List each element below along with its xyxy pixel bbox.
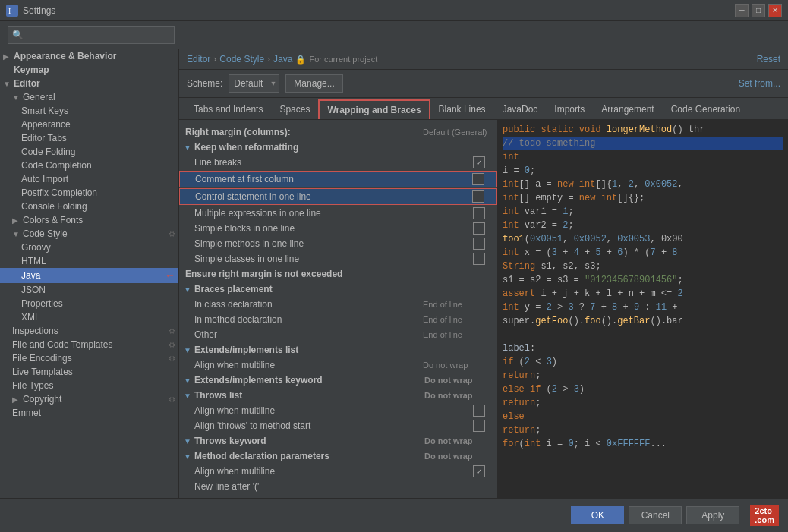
line-breaks-checkbox[interactable] xyxy=(473,156,485,168)
simple-methods-row[interactable]: Simple methods in one line xyxy=(179,236,497,251)
sidebar-item-code-completion[interactable]: Code Completion xyxy=(0,159,178,172)
in-class-row[interactable]: In class declaration End of line xyxy=(179,297,497,312)
apply-button[interactable]: Apply xyxy=(686,506,739,524)
sidebar-item-groovy[interactable]: Groovy xyxy=(0,241,178,254)
simple-methods-checkbox[interactable] xyxy=(473,238,485,250)
tab-javadoc[interactable]: JavaDoc xyxy=(494,99,547,119)
simple-classes-checkbox[interactable] xyxy=(473,253,485,265)
in-method-value: End of line xyxy=(423,315,491,324)
method-align-checkbox[interactable] xyxy=(473,465,485,477)
sidebar-item-copyright[interactable]: ▶ Copyright ⚙ xyxy=(0,392,178,406)
tab-wrapping-braces[interactable]: Wrapping and Braces xyxy=(318,99,430,119)
sidebar-item-java[interactable]: Java ← xyxy=(0,268,178,283)
app-icon: I xyxy=(6,5,18,17)
simple-blocks-checkbox[interactable] xyxy=(473,222,485,235)
sidebar-item-properties[interactable]: Properties xyxy=(0,297,178,310)
minimize-button[interactable]: ─ xyxy=(735,4,749,17)
expand-icon: ▶ xyxy=(12,216,21,225)
other-row[interactable]: Other End of line xyxy=(179,327,497,342)
sidebar-item-live-templates[interactable]: Live Templates xyxy=(0,365,178,379)
sidebar-item-file-code-templates[interactable]: File and Code Templates ⚙ xyxy=(0,338,178,351)
close-button[interactable]: ✕ xyxy=(768,4,782,17)
control-statement-row[interactable]: Control statement in one line xyxy=(179,188,497,205)
sidebar-item-label: Appearance xyxy=(21,119,175,130)
sidebar-item-editor[interactable]: ▼ Editor xyxy=(0,77,178,90)
sidebar-item-editor-tabs[interactable]: Editor Tabs xyxy=(0,131,178,145)
sidebar-item-label: Java xyxy=(21,270,162,281)
sidebar-item-json[interactable]: JSON xyxy=(0,283,178,297)
sidebar-item-label: Code Completion xyxy=(21,160,175,171)
align-throws-checkbox[interactable] xyxy=(473,420,485,432)
breadcrumb-java: Java xyxy=(273,54,292,65)
control-statement-checkbox[interactable] xyxy=(472,190,484,203)
align-throws-row[interactable]: Align 'throws' to method start xyxy=(179,418,497,433)
throws-align-checkbox[interactable] xyxy=(473,405,485,417)
tab-arrangement[interactable]: Arrangement xyxy=(593,99,662,119)
comment-first-column-checkbox[interactable] xyxy=(472,173,484,185)
cancel-button[interactable]: Cancel xyxy=(629,506,682,524)
sidebar-item-smart-keys[interactable]: Smart Keys xyxy=(0,104,178,118)
simple-blocks-row[interactable]: Simple blocks in one line xyxy=(179,221,497,236)
sidebar-item-general[interactable]: ▼ General xyxy=(0,90,178,104)
tab-imports[interactable]: Imports xyxy=(546,99,593,119)
code-line: super.getFoo().foo().getBar().bar xyxy=(503,314,783,328)
extends-align-value: Do not wrap xyxy=(423,360,491,370)
extends-align-label: Align when multiline xyxy=(194,360,423,370)
in-method-row[interactable]: In method declaration End of line xyxy=(179,312,497,327)
ok-button[interactable]: OK xyxy=(571,506,624,524)
set-from-link[interactable]: Set from... xyxy=(739,78,780,89)
sidebar-item-colors-fonts[interactable]: ▶ Colors & Fonts xyxy=(0,213,178,227)
sidebar-item-emmet[interactable]: Emmet xyxy=(0,406,178,420)
multiple-expressions-row[interactable]: Multiple expressions in one line xyxy=(179,206,497,221)
new-line-row[interactable]: New line after '(' xyxy=(179,479,497,494)
window-controls: ─ □ ✕ xyxy=(735,4,782,17)
sidebar-item-label: Colors & Fonts xyxy=(23,215,175,225)
scheme-select-wrapper: Default xyxy=(229,74,279,93)
throws-align-row[interactable]: Align when multiline xyxy=(179,403,497,418)
sidebar-item-file-types[interactable]: File Types xyxy=(0,379,178,392)
code-line: int y = 2 > 3 ? 7 + 8 + 9 : 11 + xyxy=(503,301,783,314)
tab-tabs-indents[interactable]: Tabs and Indents xyxy=(185,99,271,119)
simple-classes-row[interactable]: Simple classes in one line xyxy=(179,251,497,266)
sidebar-item-file-encodings[interactable]: File Encodings ⚙ xyxy=(0,351,178,365)
line-breaks-row[interactable]: Line breaks xyxy=(179,155,497,170)
tab-spaces[interactable]: Spaces xyxy=(271,99,318,119)
sidebar-item-label: HTML xyxy=(21,256,175,266)
sidebar-item-inspections[interactable]: Inspections ⚙ xyxy=(0,324,178,338)
scheme-select[interactable]: Default xyxy=(229,74,279,93)
sidebar-item-console-folding[interactable]: Console Folding xyxy=(0,200,178,213)
sidebar-item-code-style[interactable]: ▼ Code Style ⚙ xyxy=(0,227,178,241)
tab-code-generation[interactable]: Code Generation xyxy=(663,99,749,119)
tab-blank-lines[interactable]: Blank Lines xyxy=(430,99,494,119)
maximize-button[interactable]: □ xyxy=(752,4,765,17)
sidebar: ▶ Appearance & Behavior Keymap ▼ Editor … xyxy=(0,49,179,498)
sidebar-item-code-folding[interactable]: Code Folding xyxy=(0,145,178,159)
multiple-expressions-checkbox[interactable] xyxy=(473,207,485,219)
comment-first-column-row[interactable]: Comment at first column xyxy=(179,171,497,187)
sidebar-item-xml[interactable]: XML xyxy=(0,310,178,324)
sidebar-item-postfix-completion[interactable]: Postfix Completion xyxy=(0,186,178,200)
sidebar-item-keymap[interactable]: Keymap xyxy=(0,63,178,77)
sidebar-item-auto-import[interactable]: Auto Import xyxy=(0,172,178,186)
breadcrumb-sep2: › xyxy=(267,54,270,65)
collapse-icon: ▼ xyxy=(184,346,191,354)
other-value: End of line xyxy=(423,330,491,339)
sidebar-item-appearance-behavior[interactable]: ▶ Appearance & Behavior xyxy=(0,49,178,63)
code-line: int var2 = 2; xyxy=(503,219,783,232)
throws-list-value: Do not wrap xyxy=(424,391,493,400)
ensure-right-margin-row: Ensure right margin is not exceeded xyxy=(179,266,497,282)
settings-icon: ⚙ xyxy=(169,341,175,349)
sidebar-item-label: Inspections xyxy=(12,326,169,336)
method-align-row[interactable]: Align when multiline xyxy=(179,464,497,479)
collapse-icon: ▼ xyxy=(184,452,191,461)
code-line: else xyxy=(503,410,783,423)
extends-align-row[interactable]: Align when multiline Do not wrap xyxy=(179,357,497,373)
code-line: public static void longerMethod() thr xyxy=(503,123,783,137)
search-input[interactable] xyxy=(8,26,175,44)
code-line: // todo something xyxy=(503,137,783,150)
manage-button[interactable]: Manage... xyxy=(285,74,342,93)
sidebar-item-html[interactable]: HTML xyxy=(0,254,178,268)
reset-button[interactable]: Reset xyxy=(757,54,780,65)
sidebar-item-appearance[interactable]: Appearance xyxy=(0,118,178,131)
throws-align-label: Align when multiline xyxy=(194,405,473,416)
